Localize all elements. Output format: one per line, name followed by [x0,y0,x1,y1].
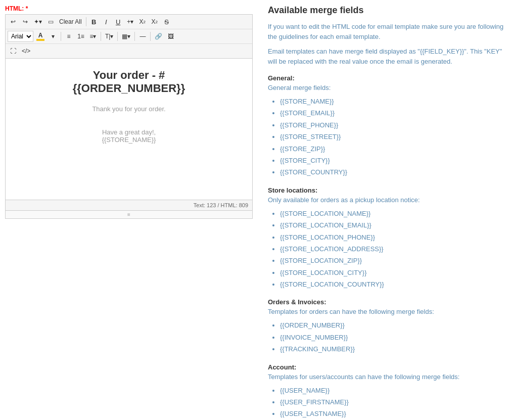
account-title: Account: [268,363,506,371]
merge-intro: If you want to edit the HTML code for em… [268,22,506,41]
editor-subtitle: Thank you for your order. [16,105,242,113]
fullscreen-button[interactable]: ⛶ [8,45,19,57]
list-item: {{STORE_CITY}} [280,155,506,166]
account-fields-list: {{USER_NAME}} {{USER_FIRSTNAME}} {{USER_… [280,385,506,420]
html-text: HTML: [5,5,24,12]
subscript-button[interactable]: X2 [149,16,160,27]
separator-2 [61,32,61,41]
font-color-button[interactable]: A [34,31,46,42]
separator-4 [117,32,118,41]
list-item: {{STORE_NAME}} [280,96,506,107]
separator-6 [150,32,151,41]
font-size-button[interactable]: +▾ [125,16,136,27]
separator-3 [101,32,101,41]
font-color-letter: A [38,32,43,39]
html-label: HTML: * [5,5,253,12]
unordered-list-button[interactable]: ≡ [63,31,74,42]
editor-title: Your order - # {{ORDER_NUMBER}} [16,69,242,95]
general-fields-list: {{STORE_NAME}} {{STORE_EMAIL}} {{STORE_P… [280,96,506,178]
toolbar-row-2: Arial A ▾ ≡ 1≡ ≡▾ T|▾ [6,29,252,44]
list-item: {{USER_NAME}} [280,385,506,396]
list-item: {{STORE_LOCATION_EMAIL}} [280,219,506,231]
editor-title-line1: Your order - # [93,69,165,81]
indent-button[interactable]: ≡▾ [87,31,99,42]
list-item: {{STORE_LOCATION_COUNTRY}} [280,278,506,290]
toolbar-container: ↩ ↪ ✦▾ ▭ Clear All B I U +▾ X2 [5,14,253,59]
editor-body: Have a great day!, {{STORE_NAME}} [16,128,242,144]
clipboard-button[interactable]: ▭ [45,16,56,27]
italic-button[interactable]: I [101,16,112,27]
merge-panel: Available merge fields If you want to ed… [263,5,511,420]
redo-button[interactable]: ↪ [20,16,31,27]
editor-footer: Text: 123 / HTML: 809 [5,200,253,211]
editor-status: Text: 123 / HTML: 809 [194,202,248,208]
store-locations-list: {{STORE_LOCATION_NAME}} {{STORE_LOCATION… [280,208,506,291]
orders-invoices-title: Orders & Invoices: [268,298,506,306]
list-item: {{STORE_COUNTRY}} [280,166,506,178]
text-align-button[interactable]: T|▾ [103,31,115,42]
editor-panel: HTML: * ↩ ↪ ✦▾ ▭ Clear All B I [5,5,253,420]
editor-body-line1: Have a great day!, [16,128,242,136]
general-section-title: General: [268,74,506,82]
list-item: {{STORE_LOCATION_ADDRESS}} [280,243,506,255]
list-item: {{STORE_LOCATION_NAME}} [280,208,506,219]
account-subtitle: Templates for users/accounts can have th… [268,373,506,381]
editor-title-line2: {{ORDER_NUMBER}} [73,82,185,95]
clear-all-button[interactable]: Clear All [57,17,84,26]
store-locations-title: Store locations: [268,186,506,194]
orders-invoices-subtitle: Templates for orders can have the follow… [268,308,506,315]
store-locations-subtitle: Only available for orders as a pickup lo… [268,196,506,204]
list-item: {{USER_FIRSTNAME}} [280,396,506,408]
undo-button[interactable]: ↩ [8,16,19,27]
source-code-button[interactable]: </> [20,45,32,57]
list-item: {{STORE_PHONE}} [280,119,506,131]
separator-5 [134,32,135,41]
merge-note: Email templates can have merge field dis… [268,46,506,66]
list-item: {{USER_LASTNAME}} [280,408,506,419]
list-item: {{STORE_LOCATION_CITY}} [280,267,506,278]
font-color-dropdown[interactable]: ▾ [48,31,59,42]
editor-body-line2: {{STORE_NAME}} [16,136,242,144]
general-section-subtitle: General merge fields: [268,84,506,91]
ordered-list-button[interactable]: 1≡ [75,31,86,42]
underline-button[interactable]: U [113,16,124,27]
bold-button[interactable]: B [88,16,100,27]
image-button[interactable]: 🖼 [165,31,176,42]
superscript-button[interactable]: X2 [137,16,148,27]
list-item: {{STORE_ZIP}} [280,143,506,155]
list-item: {{STORE_STREET}} [280,131,506,143]
strikethrough-button[interactable]: S [161,16,172,27]
toolbar-row-3: ⛶ </> [6,44,252,58]
font-color-bar [36,39,44,41]
link-button[interactable]: 🔗 [153,31,164,42]
resize-handle[interactable]: ≡ [5,211,253,219]
paint-format-button[interactable]: ✦▾ [32,16,44,27]
list-item: {{INVOICE_NUMBER}} [280,332,506,343]
horizontal-rule-button[interactable]: — [137,31,148,42]
list-item: {{TRACKING_NUMBER}} [280,343,506,355]
font-family-select[interactable]: Arial [8,31,33,42]
separator-1 [86,17,86,26]
merge-fields-title: Available merge fields [268,5,506,16]
editor-content[interactable]: Your order - # {{ORDER_NUMBER}} Thank yo… [5,59,253,200]
required-mark: * [26,5,28,12]
list-item: {{STORE_EMAIL}} [280,107,506,119]
list-item: {{STORE_LOCATION_PHONE}} [280,231,506,243]
list-item: {{STORE_LOCATION_ZIP}} [280,255,506,266]
toolbar-row-1: ↩ ↪ ✦▾ ▭ Clear All B I U +▾ X2 [6,15,252,29]
table-button[interactable]: ▦▾ [120,31,132,42]
orders-invoices-list: {{ORDER_NUMBER}} {{INVOICE_NUMBER}} {{TR… [280,319,506,355]
list-item: {{ORDER_NUMBER}} [280,319,506,331]
